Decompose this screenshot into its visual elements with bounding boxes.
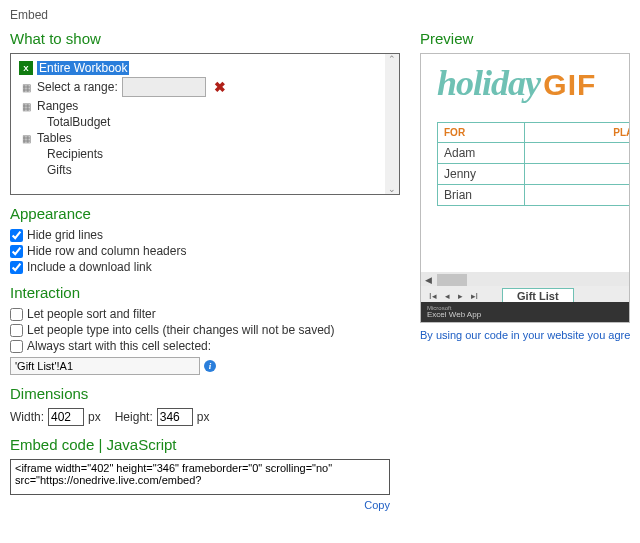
heading-dimensions: Dimensions [10, 385, 400, 402]
ranges-group[interactable]: ▦ Ranges [19, 98, 391, 114]
select-range-input[interactable] [122, 77, 206, 97]
chk-hide-grid[interactable]: Hide grid lines [10, 228, 400, 242]
chk-sort-filter-box[interactable] [10, 308, 23, 321]
table-row: Brian20 [438, 185, 631, 206]
excel-icon: X [19, 61, 33, 75]
brand-bar: Microsoft Excel Web App [421, 302, 629, 322]
chk-hide-headers-box[interactable] [10, 245, 23, 258]
tables-group[interactable]: ▦ Tables [19, 130, 391, 146]
width-input[interactable] [48, 408, 84, 426]
entire-workbook-label: Entire Workbook [37, 61, 129, 75]
dialog-title: Embed [10, 8, 630, 22]
height-unit: px [197, 410, 210, 424]
tab-nav-first-icon[interactable]: I◂ [425, 291, 441, 301]
entire-workbook-row[interactable]: X Entire Workbook [19, 60, 391, 76]
start-cell-input[interactable] [10, 357, 200, 375]
heading-embed: Embed code | JavaScript [10, 436, 400, 453]
chk-start-cell[interactable]: Always start with this cell selected: [10, 339, 400, 353]
chk-type-cells-box[interactable] [10, 324, 23, 337]
col-for: FOR [438, 123, 525, 143]
tables-label: Tables [37, 131, 72, 145]
table-item-recipients[interactable]: Recipients [19, 146, 391, 162]
preview-frame: holiday GIF FOR PLANNED % OF Adam30 Jenn… [420, 53, 630, 323]
preview-table: FOR PLANNED % OF Adam30 Jenny30 Brian20 [437, 122, 630, 206]
terms-text[interactable]: By using our code in your website you ag… [420, 329, 630, 341]
heading-appearance: Appearance [10, 205, 400, 222]
heading-preview: Preview [420, 30, 630, 47]
range-icon: ▦ [19, 80, 33, 94]
copy-link[interactable]: Copy [364, 499, 390, 511]
info-icon[interactable]: i [204, 360, 216, 372]
tab-nav-last-icon[interactable]: ▸I [467, 291, 483, 301]
width-unit: px [88, 410, 101, 424]
chk-hide-headers[interactable]: Hide row and column headers [10, 244, 400, 258]
table-row: Jenny30 [438, 164, 631, 185]
tab-nav-prev-icon[interactable]: ◂ [441, 291, 454, 301]
select-range-row[interactable]: ▦ Select a range: ✖ [19, 76, 391, 98]
what-to-show-box: X Entire Workbook ▦ Select a range: ✖ ▦ … [10, 53, 400, 195]
height-input[interactable] [157, 408, 193, 426]
tab-nav-next-icon[interactable]: ▸ [454, 291, 467, 301]
delete-range-icon[interactable]: ✖ [214, 79, 226, 95]
scrollbar[interactable]: ⌃ ⌄ [385, 54, 399, 194]
chk-start-cell-box[interactable] [10, 340, 23, 353]
table-item-gifts[interactable]: Gifts [19, 162, 391, 178]
logo-gift: GIF [543, 68, 596, 101]
chk-hide-grid-box[interactable] [10, 229, 23, 242]
chk-sort-filter[interactable]: Let people sort and filter [10, 307, 400, 321]
embed-code-label[interactable]: Embed code [10, 436, 94, 453]
ranges-icon: ▦ [19, 99, 33, 113]
tables-icon: ▦ [19, 131, 33, 145]
javascript-label[interactable]: JavaScript [106, 436, 176, 453]
col-planned: PLANNED % OF [524, 123, 630, 143]
chk-download-link-box[interactable] [10, 261, 23, 274]
heading-what-to-show: What to show [10, 30, 400, 47]
chk-download-link[interactable]: Include a download link [10, 260, 400, 274]
table-row: Adam30 [438, 143, 631, 164]
select-range-label: Select a range: [37, 80, 118, 94]
heading-interaction: Interaction [10, 284, 400, 301]
embed-code-textarea[interactable] [10, 459, 390, 495]
scroll-thumb[interactable] [437, 274, 467, 286]
ranges-label: Ranges [37, 99, 78, 113]
logo-holiday: holiday [437, 63, 540, 103]
chk-type-cells[interactable]: Let people type into cells (their change… [10, 323, 400, 337]
height-label: Height: [115, 410, 153, 424]
range-item-totalbudget[interactable]: TotalBudget [19, 114, 391, 130]
scroll-left-icon[interactable]: ◀ [421, 275, 435, 285]
width-label: Width: [10, 410, 44, 424]
